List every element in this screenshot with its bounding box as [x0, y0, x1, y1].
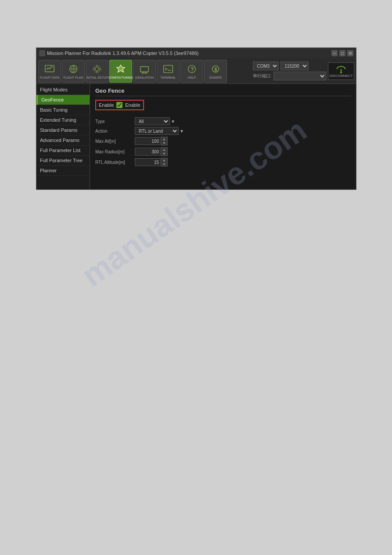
rtl-alt-label: RTL Altitude[m] [95, 160, 135, 165]
disconnect-icon [334, 64, 348, 74]
sidebar-item-advanced-params[interactable]: Advanced Params [36, 135, 90, 145]
max-radius-label: Max Radius[m] [95, 149, 135, 154]
rtl-alt-spinner-btns: ▲ ▼ [161, 158, 168, 167]
minimize-button[interactable]: ─ [331, 50, 338, 56]
help-icon: ? [186, 63, 198, 75]
app-icon [39, 50, 45, 56]
toolbar-simulation[interactable]: SIMULATION [133, 60, 156, 83]
sidebar-item-flight-modes[interactable]: Flight Modes [36, 85, 90, 95]
config-tuning-icon [115, 63, 127, 75]
rtl-alt-input[interactable] [135, 158, 161, 166]
max-alt-input[interactable] [135, 137, 161, 145]
flight-data-icon [43, 63, 56, 75]
action-label: Action [95, 129, 135, 134]
sidebar: Flight Modes GeoFence Basic Tuning Exten… [36, 84, 90, 189]
title-bar: Mission Planner For Radiolink 1.3.49.6 A… [36, 48, 356, 58]
disconnect-button[interactable]: DISCONNECT [328, 62, 354, 80]
toolbar-flight-data[interactable]: FLIGHT DATA [38, 60, 61, 83]
content-area: Flight Modes GeoFence Basic Tuning Exten… [36, 84, 356, 189]
section-title: Geo Fence [95, 87, 351, 96]
type-select[interactable]: All [135, 117, 170, 125]
title-bar-left: Mission Planner For Radiolink 1.3.49.6 A… [39, 50, 198, 56]
port-select[interactable] [273, 72, 326, 80]
flight-plan-icon [67, 63, 79, 75]
svg-rect-11 [140, 66, 149, 72]
toolbar-terminal[interactable]: TERMINAL [157, 60, 180, 83]
svg-point-22 [340, 72, 342, 73]
flight-plan-label: FLIGHT PLAN [64, 76, 83, 79]
title-bar-controls: ─ □ ✕ [331, 50, 353, 56]
max-alt-spinner-btns: ▲ ▼ [161, 137, 168, 145]
max-radius-input[interactable] [135, 148, 161, 156]
port-label: 串行端口: [253, 73, 272, 79]
sidebar-item-basic-tuning[interactable]: Basic Tuning [36, 105, 90, 115]
sidebar-item-full-param-tree[interactable]: Full Parameter Tree [36, 156, 90, 166]
enable-checkbox[interactable] [116, 102, 122, 108]
simulation-icon [138, 63, 151, 75]
max-radius-spinner-btns: ▲ ▼ [161, 147, 168, 156]
action-row: Action RTL or Land ▼ [95, 127, 351, 135]
enable-label: Enable [99, 102, 114, 108]
sidebar-item-standard-params[interactable]: Standard Params [36, 125, 90, 135]
rtl-alt-spinner: ▲ ▼ [135, 158, 168, 167]
com-port-select[interactable]: COM3 [253, 62, 279, 70]
type-label: Type [95, 119, 135, 124]
rtl-alt-up-btn[interactable]: ▲ [161, 158, 167, 162]
max-radius-up-btn[interactable]: ▲ [161, 148, 167, 152]
toolbar-initial-setup[interactable]: INITIAL SETUP [86, 60, 108, 83]
simulation-label: SIMULATION [135, 76, 154, 79]
baud-rate-select[interactable]: 115200 [281, 62, 309, 70]
rtl-alt-row: RTL Altitude[m] ▲ ▼ [95, 158, 351, 167]
toolbar-right: COM3 115200 串行端口: [253, 62, 354, 80]
max-alt-spinner: ▲ ▼ [135, 137, 168, 145]
max-alt-up-btn[interactable]: ▲ [161, 137, 167, 141]
max-alt-label: Max Alt[m] [95, 139, 135, 144]
terminal-label: TERMINAL [160, 76, 176, 79]
enable-section: Enable Enable [95, 100, 144, 110]
svg-text:?: ? [191, 66, 194, 73]
max-radius-down-btn[interactable]: ▼ [161, 152, 167, 156]
svg-rect-15 [164, 65, 173, 73]
port-row: 串行端口: [253, 72, 326, 80]
max-radius-row: Max Radius[m] ▲ ▼ [95, 147, 351, 156]
toolbar-flight-plan[interactable]: FLIGHT PLAN [62, 60, 85, 83]
enable-checkbox-label: Enable [125, 102, 140, 108]
disconnect-label: DISCONNECT [330, 74, 353, 78]
flight-data-label: FLIGHT DATA [40, 76, 59, 79]
close-button[interactable]: ✕ [347, 50, 353, 56]
max-alt-row: Max Alt[m] ▲ ▼ [95, 137, 351, 145]
terminal-icon [162, 63, 174, 75]
main-window: Mission Planner For Radiolink 1.3.49.6 A… [36, 47, 356, 190]
toolbar-config-tuning[interactable]: CONFIG/TUNING [109, 60, 132, 83]
donate-label: DONATE [209, 76, 222, 79]
action-select[interactable]: RTL or Land [135, 127, 179, 135]
window-title: Mission Planner For Radiolink 1.3.49.6 A… [47, 51, 198, 56]
toolbar-donate[interactable]: $ DONATE [204, 60, 227, 83]
max-radius-spinner: ▲ ▼ [135, 147, 168, 156]
sidebar-item-geofence[interactable]: GeoFence [36, 95, 90, 105]
toolbar-buttons: FLIGHT DATA FLIGHT PLAN [38, 60, 227, 83]
svg-text:$: $ [214, 67, 217, 72]
initial-setup-icon [91, 63, 103, 75]
donate-icon: $ [209, 63, 222, 75]
rtl-alt-down-btn[interactable]: ▼ [161, 162, 167, 166]
max-alt-down-btn[interactable]: ▼ [161, 141, 167, 145]
svg-point-5 [95, 67, 99, 71]
initial-setup-label: INITIAL SETUP [86, 76, 108, 79]
toolbar-help[interactable]: ? HELP [180, 60, 203, 83]
sidebar-item-extended-tuning[interactable]: Extended Tuning [36, 115, 90, 125]
help-label: HELP [188, 76, 196, 79]
maximize-button[interactable]: □ [339, 50, 345, 56]
toolbar: FLIGHT DATA FLIGHT PLAN [36, 58, 356, 84]
sidebar-item-full-param-list[interactable]: Full Parameter List [36, 145, 90, 156]
type-row: Type All ▼ [95, 117, 351, 125]
sidebar-item-planner[interactable]: Planner [36, 166, 90, 176]
main-content: Geo Fence Enable Enable Type All ▼ Actio [90, 84, 356, 189]
config-tuning-label: CONFIG/TUNING [108, 76, 133, 79]
